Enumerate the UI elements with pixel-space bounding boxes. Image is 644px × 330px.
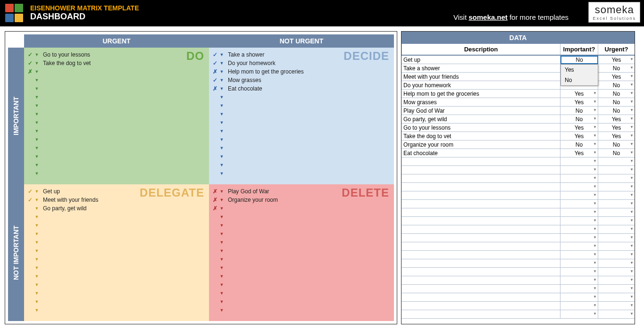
cell-urgent[interactable]: ▼ — [598, 276, 635, 284]
cell-urgent[interactable]: No▼ — [598, 107, 635, 115]
cell-description[interactable]: Mow grasses — [401, 98, 560, 106]
dropdown-arrow-icon[interactable]: ▼ — [630, 74, 634, 78]
dropdown-arrow-icon[interactable]: ▼ — [33, 61, 40, 66]
cell-important[interactable]: Yes▼ — [560, 98, 598, 106]
dropdown-arrow-icon[interactable]: ▼ — [218, 129, 225, 133]
dropdown-arrow-icon[interactable]: ▼ — [593, 142, 597, 146]
dropdown-arrow-icon[interactable]: ▼ — [630, 167, 634, 172]
dropdown-arrow-icon[interactable]: ▼ — [218, 299, 225, 304]
cell-urgent[interactable]: ▼ — [598, 234, 635, 242]
quadrant-row[interactable]: ▼ — [212, 230, 391, 238]
cell-important[interactable]: ▼ — [560, 310, 598, 318]
dropdown-arrow-icon[interactable]: ▼ — [218, 265, 225, 270]
dropdown-option[interactable]: Yes — [561, 65, 598, 75]
quadrant-row[interactable]: ▼Go party, get wild — [27, 204, 206, 213]
dropdown-arrow-icon[interactable]: ▼ — [593, 261, 597, 265]
dropdown-menu[interactable]: YesNo — [560, 64, 598, 86]
dropdown-arrow-icon[interactable]: ▼ — [630, 125, 634, 129]
dropdown-arrow-icon[interactable]: ▼ — [630, 82, 634, 87]
quadrant-row[interactable]: ▼ — [212, 264, 391, 272]
cell-description[interactable]: Do your homework — [401, 81, 560, 89]
dropdown-arrow-icon[interactable]: ▼ — [630, 99, 634, 104]
cell-description[interactable] — [401, 285, 560, 293]
dropdown-arrow-icon[interactable]: ▼ — [218, 171, 225, 176]
quadrant-row[interactable]: ✓▼Mow grasses — [212, 76, 391, 84]
dropdown-arrow-icon[interactable]: ▼ — [593, 116, 597, 121]
cell-description[interactable] — [401, 259, 560, 267]
quadrant-row[interactable]: ▼ — [212, 255, 391, 264]
dropdown-arrow-icon[interactable]: ▼ — [218, 274, 225, 279]
cell-urgent[interactable]: ▼ — [598, 285, 635, 293]
quadrant-row[interactable]: ▼ — [212, 101, 391, 110]
dropdown-arrow-icon[interactable]: ▼ — [630, 91, 634, 95]
cell-important[interactable]: ▼ — [560, 166, 598, 174]
dropdown-arrow-icon[interactable]: ▼ — [630, 312, 634, 316]
cell-description[interactable] — [401, 157, 560, 165]
dropdown-arrow-icon[interactable]: ▼ — [630, 303, 634, 307]
quadrant-row[interactable]: ▼ — [27, 230, 206, 238]
cell-urgent[interactable]: ▼ — [598, 225, 635, 233]
quadrant-row[interactable]: ▼ — [212, 118, 391, 127]
dropdown-arrow-icon[interactable]: ▼ — [33, 206, 40, 211]
cell-description[interactable] — [401, 217, 560, 225]
cell-urgent[interactable]: Yes▼ — [598, 73, 635, 81]
cell-description[interactable] — [401, 174, 560, 182]
cell-urgent[interactable]: No▼ — [598, 140, 635, 148]
quadrant-row[interactable]: ▼ — [212, 127, 391, 135]
dropdown-arrow-icon[interactable]: ▼ — [218, 206, 225, 211]
cell-urgent[interactable]: No▼ — [598, 64, 635, 72]
cell-urgent[interactable]: ▼ — [598, 217, 635, 225]
dropdown-arrow-icon[interactable]: ▼ — [218, 248, 225, 253]
cell-important[interactable]: ▼ — [560, 293, 598, 301]
dropdown-arrow-icon[interactable]: ▼ — [218, 240, 225, 245]
dropdown-arrow-icon[interactable]: ▼ — [218, 154, 225, 159]
dropdown-arrow-icon[interactable]: ▼ — [593, 269, 597, 273]
cell-urgent[interactable]: No▼ — [598, 98, 635, 106]
cell-urgent[interactable]: ▼ — [598, 242, 635, 250]
cell-urgent[interactable]: Yes▼ — [598, 56, 635, 64]
cell-important[interactable]: Yes▼ — [560, 149, 598, 157]
dropdown-arrow-icon[interactable]: ▼ — [630, 295, 634, 299]
cell-description[interactable]: Organize your room — [401, 140, 560, 148]
cell-description[interactable] — [401, 234, 560, 242]
dropdown-arrow-icon[interactable]: ▼ — [593, 176, 597, 180]
quadrant-row[interactable]: ▼ — [212, 306, 391, 314]
dropdown-arrow-icon[interactable]: ▼ — [593, 167, 597, 172]
cell-important[interactable]: ▼ — [560, 208, 598, 216]
cell-urgent[interactable]: ▼ — [598, 191, 635, 199]
dropdown-arrow-icon[interactable]: ▼ — [630, 150, 634, 155]
cell-urgent[interactable]: Yes▼ — [598, 132, 635, 140]
cell-important[interactable]: ▼ — [560, 174, 598, 182]
dropdown-arrow-icon[interactable]: ▼ — [33, 240, 40, 245]
visit-link[interactable]: someka.net — [468, 13, 508, 21]
dropdown-arrow-icon[interactable]: ▼ — [593, 312, 597, 316]
cell-important[interactable]: ▼ — [560, 276, 598, 284]
dropdown-arrow-icon[interactable]: ▼ — [33, 198, 40, 202]
dropdown-arrow-icon[interactable]: ▼ — [218, 78, 225, 82]
dropdown-arrow-icon[interactable]: ▼ — [630, 278, 634, 282]
dropdown-arrow-icon[interactable]: ▼ — [33, 189, 40, 194]
dropdown-arrow-icon[interactable]: ▼ — [593, 193, 597, 197]
quadrant-row[interactable]: ▼ — [212, 152, 391, 161]
dropdown-arrow-icon[interactable]: ▼ — [630, 66, 634, 70]
dropdown-arrow-icon[interactable]: ▼ — [630, 252, 634, 256]
dropdown-arrow-icon[interactable]: ▼ — [33, 291, 40, 296]
dropdown-arrow-icon[interactable]: ▼ — [593, 252, 597, 256]
dropdown-arrow-icon[interactable]: ▼ — [630, 193, 634, 197]
cell-description[interactable]: Go party, get wild — [401, 115, 560, 123]
cell-important[interactable]: ▼ — [560, 191, 598, 199]
quadrant-row[interactable]: ▼ — [27, 213, 206, 221]
dropdown-arrow-icon[interactable]: ▼ — [593, 150, 597, 155]
cell-urgent[interactable]: ▼ — [598, 251, 635, 259]
dropdown-arrow-icon[interactable]: ▼ — [33, 265, 40, 270]
quadrant-row[interactable]: ▼ — [27, 93, 206, 101]
cell-important[interactable]: ▼ — [560, 157, 598, 165]
dropdown-arrow-icon[interactable]: ▼ — [33, 282, 40, 287]
quadrant-row[interactable]: ▼ — [27, 272, 206, 280]
dropdown-arrow-icon[interactable]: ▼ — [218, 86, 225, 91]
cell-description[interactable] — [401, 208, 560, 216]
cell-important[interactable]: ▼ — [560, 268, 598, 276]
dropdown-arrow-icon[interactable]: ▼ — [593, 125, 597, 129]
dropdown-arrow-icon[interactable]: ▼ — [593, 227, 597, 231]
cell-description[interactable]: Take a shower — [401, 64, 560, 72]
